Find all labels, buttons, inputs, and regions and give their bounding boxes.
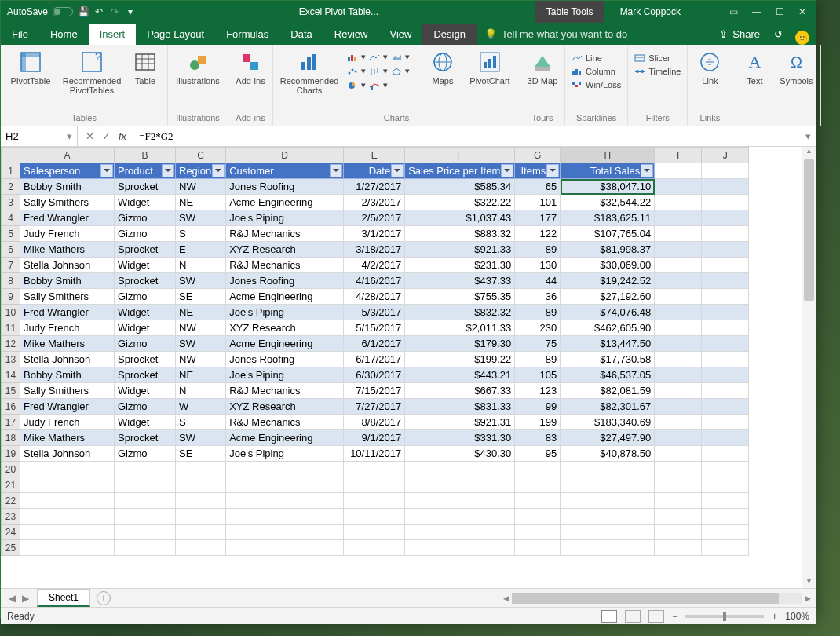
row-header-13[interactable]: 13	[2, 352, 20, 367]
cell-C24[interactable]	[176, 525, 226, 540]
cell-C13[interactable]: NW	[176, 352, 226, 367]
cell-A5[interactable]: Judy French	[20, 226, 115, 242]
cell-I25[interactable]	[655, 540, 702, 556]
table-header-total sales[interactable]: Total Sales	[561, 163, 655, 179]
cell-H7[interactable]: $30,069.00	[561, 258, 655, 273]
filter-icon[interactable]	[641, 164, 653, 177]
cell-D2[interactable]: Jones Roofing	[226, 179, 344, 195]
cell-A22[interactable]	[20, 493, 115, 509]
row-header-16[interactable]: 16	[2, 399, 20, 415]
cell-D7[interactable]: R&J Mechanics	[226, 258, 344, 273]
filter-icon[interactable]	[501, 164, 513, 177]
col-header-C[interactable]: C	[176, 148, 226, 163]
col-header-F[interactable]: F	[405, 148, 515, 163]
cell-D3[interactable]: Acme Engineering	[226, 195, 344, 210]
scroll-down-icon[interactable]: ▼	[802, 577, 816, 588]
row-header-21[interactable]: 21	[2, 477, 20, 493]
cell-C2[interactable]: NW	[176, 179, 226, 195]
cell-G24[interactable]	[515, 525, 561, 540]
tab-page-layout[interactable]: Page Layout	[136, 24, 215, 45]
cell-H17[interactable]: $183,340.69	[561, 415, 655, 430]
cell-C16[interactable]: W	[176, 399, 226, 415]
addins-button[interactable]: Add-ins	[233, 48, 268, 87]
cell-G2[interactable]: 65	[515, 179, 561, 195]
cell-H18[interactable]: $27,497.90	[561, 430, 655, 446]
cell-G23[interactable]	[515, 509, 561, 525]
cell-D15[interactable]: R&J Mechanics	[226, 383, 344, 399]
cell-A16[interactable]: Fred Wrangler	[20, 399, 115, 415]
cell-A12[interactable]: Mike Mathers	[20, 336, 115, 352]
3d-map-button[interactable]: 3D Map	[525, 48, 560, 87]
cell-H4[interactable]: $183,625.11	[561, 210, 655, 226]
filter-icon[interactable]	[330, 164, 342, 177]
row-header-10[interactable]: 10	[2, 305, 20, 320]
cell-D22[interactable]	[226, 493, 344, 509]
cell-B6[interactable]: Sprocket	[115, 242, 176, 258]
cell-A10[interactable]: Fred Wrangler	[20, 305, 115, 320]
row-header-6[interactable]: 6	[2, 242, 20, 258]
scroll-up-icon[interactable]: ▲	[802, 147, 816, 158]
cell-G25[interactable]	[515, 540, 561, 556]
cell-H22[interactable]	[561, 493, 655, 509]
cell-A2[interactable]: Bobby Smith	[20, 179, 115, 195]
col-header-G[interactable]: G	[515, 148, 561, 163]
cell-H21[interactable]	[561, 477, 655, 493]
cell-B12[interactable]: Gizmo	[115, 336, 176, 352]
redo-icon[interactable]: ↷	[109, 6, 120, 17]
cell-A7[interactable]: Stella Johnson	[20, 258, 115, 273]
cell-A25[interactable]	[20, 540, 115, 556]
cell-D21[interactable]	[226, 477, 344, 493]
cell-B7[interactable]: Widget	[115, 258, 176, 273]
maximize-icon[interactable]: ☐	[776, 6, 784, 17]
cell-E7[interactable]: 4/2/2017	[344, 258, 405, 273]
cell-F7[interactable]: $231.30	[405, 258, 515, 273]
cell-H15[interactable]: $82,081.59	[561, 383, 655, 399]
cell-G18[interactable]: 83	[515, 430, 561, 446]
pivotchart-button[interactable]: PivotChart	[465, 48, 515, 87]
cell-E16[interactable]: 7/27/2017	[344, 399, 405, 415]
cell-B17[interactable]: Widget	[115, 415, 176, 430]
tab-design[interactable]: Design	[422, 24, 476, 45]
tab-formulas[interactable]: Formulas	[215, 24, 279, 45]
cell-C6[interactable]: E	[176, 242, 226, 258]
cell-E21[interactable]	[344, 477, 405, 493]
cell-C21[interactable]	[176, 477, 226, 493]
row-header-4[interactable]: 4	[2, 210, 20, 226]
cell-F11[interactable]: $2,011.33	[405, 320, 515, 336]
cell-B22[interactable]	[115, 493, 176, 509]
link-button[interactable]: Link	[692, 48, 727, 87]
cell-D25[interactable]	[226, 540, 344, 556]
cell-G16[interactable]: 99	[515, 399, 561, 415]
zoom-in-icon[interactable]: +	[772, 611, 777, 622]
filter-icon[interactable]	[162, 164, 174, 177]
cell-J22[interactable]	[702, 493, 749, 509]
cell-C5[interactable]: S	[176, 226, 226, 242]
cell-E11[interactable]: 5/15/2017	[344, 320, 405, 336]
cell-F10[interactable]: $832.32	[405, 305, 515, 320]
tab-insert[interactable]: Insert	[89, 24, 137, 45]
cell-E14[interactable]: 6/30/2017	[344, 367, 405, 383]
chart-type-gallery[interactable]: ▾ ▾ ▾ ▾ ▾ ▾ ▾ ▾	[345, 48, 421, 91]
cell-H2[interactable]: $38,047.10	[561, 179, 655, 195]
tab-file[interactable]: File	[1, 24, 39, 45]
cell-J21[interactable]	[702, 477, 749, 493]
cell-B16[interactable]: Gizmo	[115, 399, 176, 415]
cell-C8[interactable]: SW	[176, 273, 226, 289]
cell-H11[interactable]: $462,605.90	[561, 320, 655, 336]
sheet-nav-prev-icon[interactable]: ◀	[9, 593, 16, 604]
tab-view[interactable]: View	[378, 24, 422, 45]
save-icon[interactable]: 💾	[78, 6, 89, 17]
cell-E18[interactable]: 9/1/2017	[344, 430, 405, 446]
pivottable-button[interactable]: PivotTable	[5, 48, 56, 87]
cell-C19[interactable]: SE	[176, 446, 226, 462]
cell-D20[interactable]	[226, 462, 344, 477]
cell-E8[interactable]: 4/16/2017	[344, 273, 405, 289]
cell-E5[interactable]: 3/1/2017	[344, 226, 405, 242]
cell-D4[interactable]: Joe's Piping	[226, 210, 344, 226]
cell-E23[interactable]	[344, 509, 405, 525]
cell-F6[interactable]: $921.33	[405, 242, 515, 258]
minimize-icon[interactable]: —	[752, 6, 761, 17]
feedback-smile-icon[interactable]: 🙂	[795, 31, 809, 45]
symbols-button[interactable]: Ω Symbols	[776, 48, 816, 87]
expand-formula-icon[interactable]: ▾	[801, 130, 816, 142]
